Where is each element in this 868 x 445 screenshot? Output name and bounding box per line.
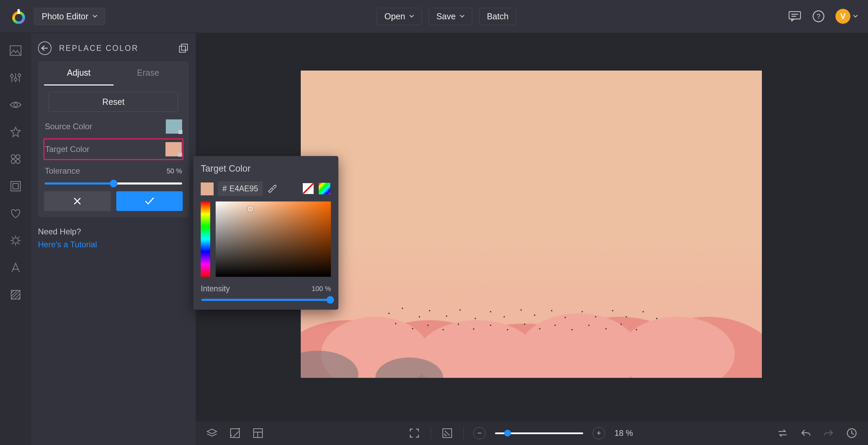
redo-icon[interactable] <box>822 426 835 440</box>
svg-point-83 <box>636 329 637 330</box>
account-menu[interactable]: V <box>835 9 858 24</box>
chevron-down-icon <box>178 130 182 134</box>
tolerance-slider-thumb[interactable] <box>110 180 117 187</box>
open-button[interactable]: Open <box>377 8 422 25</box>
svg-point-17 <box>11 159 15 163</box>
avatar-initial: V <box>840 12 846 21</box>
sv-cursor[interactable] <box>248 206 253 212</box>
adjust-card: Adjust Erase Reset Source Color Target C… <box>38 61 189 217</box>
svg-point-53 <box>446 315 447 317</box>
source-color-row: Source Color <box>44 116 183 137</box>
check-icon <box>144 197 155 205</box>
svg-point-55 <box>475 318 476 319</box>
svg-point-70 <box>427 325 429 326</box>
save-button[interactable]: Save <box>429 8 472 25</box>
adjust-sliders-icon[interactable] <box>8 71 23 85</box>
hex-prefix: # <box>222 184 227 193</box>
text-tool-icon[interactable] <box>8 260 23 275</box>
image-tool-icon[interactable] <box>8 43 23 58</box>
compare-icon[interactable] <box>228 426 242 440</box>
grid-icon[interactable] <box>251 426 265 440</box>
texture-tool-icon[interactable] <box>8 288 23 302</box>
batch-label: Batch <box>487 12 509 21</box>
help-tutorial-link[interactable]: Here's a Tutorial <box>38 238 189 251</box>
rainbow-palette-icon[interactable] <box>319 183 331 195</box>
fit-screen-icon[interactable] <box>408 426 421 440</box>
svg-rect-20 <box>13 183 18 189</box>
zoom-in-button[interactable]: + <box>593 427 605 439</box>
svg-line-29 <box>12 243 13 244</box>
svg-point-18 <box>16 159 20 163</box>
close-icon <box>73 197 81 205</box>
zoom-value: 18 % <box>614 428 633 438</box>
svg-rect-2 <box>789 12 801 19</box>
saturation-value-box[interactable] <box>216 201 331 277</box>
intensity-slider-thumb[interactable] <box>327 296 334 304</box>
clouds-illustration <box>301 252 762 378</box>
back-button[interactable] <box>38 41 52 55</box>
batch-button[interactable]: Batch <box>479 8 516 25</box>
zoom-slider[interactable] <box>495 432 583 434</box>
gear-tool-icon[interactable] <box>8 233 23 248</box>
help-section: Need Help? Here's a Tutorial <box>38 225 189 251</box>
target-color-swatch[interactable] <box>165 142 182 156</box>
no-color-icon[interactable] <box>302 183 315 195</box>
svg-point-80 <box>588 325 590 326</box>
zoom-out-button[interactable]: − <box>473 427 486 439</box>
tab-erase[interactable]: Erase <box>114 61 183 85</box>
eyedropper-icon[interactable] <box>267 183 279 195</box>
tolerance-slider[interactable] <box>45 182 182 185</box>
app-mode-dropdown[interactable]: Photo Editor <box>34 8 105 25</box>
star-tool-icon[interactable] <box>8 125 23 139</box>
image-canvas[interactable] <box>301 71 762 378</box>
avatar: V <box>835 9 850 24</box>
frame-tool-icon[interactable] <box>8 179 23 193</box>
svg-rect-37 <box>181 44 188 50</box>
svg-point-50 <box>402 308 403 309</box>
source-color-swatch[interactable] <box>166 119 182 134</box>
svg-line-32 <box>11 290 17 296</box>
svg-point-64 <box>612 310 613 311</box>
shapes-tool-icon[interactable] <box>8 152 23 166</box>
undo-icon[interactable] <box>799 426 812 440</box>
svg-text:?: ? <box>816 13 820 20</box>
tolerance-slider-fill <box>45 182 114 185</box>
svg-point-16 <box>16 155 20 159</box>
target-color-label: Target Color <box>45 144 90 154</box>
actual-size-icon[interactable] <box>440 426 454 440</box>
hex-input[interactable]: # E4AE95 <box>218 181 263 196</box>
heart-tool-icon[interactable] <box>8 206 23 220</box>
loop-icon[interactable] <box>776 426 789 440</box>
tool-strip <box>0 33 31 445</box>
svg-point-65 <box>626 316 627 317</box>
history-icon[interactable] <box>845 426 859 440</box>
reset-label: Reset <box>102 97 124 107</box>
svg-point-74 <box>490 325 491 326</box>
help-icon[interactable]: ? <box>812 9 825 23</box>
feedback-icon[interactable] <box>788 9 802 23</box>
svg-point-49 <box>388 313 390 314</box>
cancel-button[interactable] <box>44 191 111 211</box>
divider <box>431 427 431 439</box>
svg-point-73 <box>473 328 474 330</box>
apply-button[interactable] <box>116 191 183 211</box>
copy-settings-icon[interactable] <box>178 43 189 54</box>
intensity-slider[interactable] <box>201 299 330 301</box>
svg-rect-87 <box>231 429 239 438</box>
svg-point-77 <box>539 328 540 329</box>
picker-current-swatch <box>201 182 214 195</box>
picker-title: Target Color <box>201 163 331 174</box>
tab-adjust[interactable]: Adjust <box>44 61 114 85</box>
svg-line-28 <box>18 237 19 238</box>
layers-icon[interactable] <box>205 426 219 440</box>
arrow-left-icon <box>41 45 48 51</box>
svg-point-67 <box>656 318 657 319</box>
svg-rect-19 <box>11 181 20 191</box>
svg-line-26 <box>12 237 13 238</box>
eye-tool-icon[interactable] <box>8 98 23 112</box>
reset-button[interactable]: Reset <box>49 92 178 112</box>
svg-point-61 <box>565 317 566 318</box>
zoom-slider-thumb[interactable] <box>504 430 511 437</box>
svg-point-69 <box>412 328 413 329</box>
hue-slider[interactable] <box>201 201 210 277</box>
